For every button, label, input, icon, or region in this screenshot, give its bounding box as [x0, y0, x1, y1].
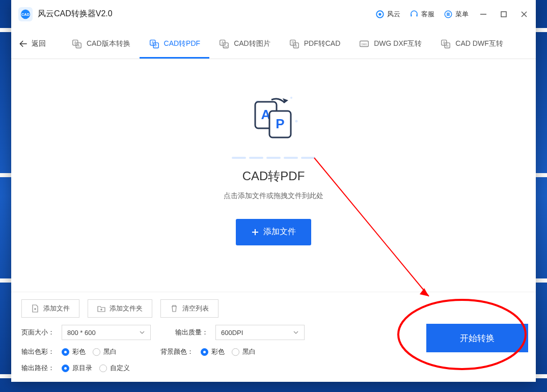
minimize-button[interactable] [478, 9, 489, 20]
output-color-label: 输出色彩： [21, 347, 54, 356]
output-color-radio-bw[interactable]: 黑白 [93, 347, 117, 356]
support-link[interactable]: 客服 [409, 10, 434, 19]
svg-text:P: P [155, 43, 157, 47]
svg-point-3 [378, 13, 381, 15]
svg-text:A: A [443, 41, 446, 44]
output-color-radio-color[interactable]: 彩色 [62, 347, 86, 356]
svg-rect-5 [417, 14, 418, 17]
svg-text:A: A [295, 43, 297, 47]
output-path-radio-original[interactable]: 原目录 [62, 363, 92, 373]
svg-text:W: W [446, 44, 449, 47]
svg-text:P: P [276, 116, 284, 131]
svg-text:A: A [222, 41, 224, 44]
bg-color-label: 背景颜色： [160, 347, 194, 356]
plus-icon [251, 228, 259, 236]
tab-cad-dwf[interactable]: AW CAD DWF互转 [431, 29, 512, 59]
chevron-down-icon [293, 329, 299, 335]
svg-text:A: A [77, 43, 80, 47]
add-file-button[interactable]: 添加文件 [236, 219, 311, 245]
back-button[interactable]: 返回 [16, 39, 52, 49]
svg-rect-4 [411, 14, 412, 17]
app-logo-icon: CAD [18, 7, 33, 21]
app-title: 风云CAD转换器V2.0 [38, 9, 113, 19]
tabstrip: 返回 AA CAD版本转换 AP CAD转PDF A CAD转图片 PA PDF… [11, 29, 536, 59]
maximize-button[interactable] [498, 9, 509, 20]
dwg-dxf-icon: DWG [359, 38, 370, 49]
svg-rect-11 [501, 12, 506, 17]
menu-icon [444, 10, 453, 19]
output-path-label: 输出路径： [21, 363, 54, 373]
svg-text:A: A [151, 41, 154, 44]
drop-hint: 点击添加文件或拖拽文件到此处 [224, 191, 323, 201]
tab-cad-to-pdf[interactable]: AP CAD转PDF [140, 29, 210, 59]
cad-to-pdf-icon: AP [149, 38, 160, 49]
page-size-label: 页面大小： [21, 328, 54, 337]
cad-version-icon: AA [71, 38, 83, 49]
bg-color-radio-color[interactable]: 彩色 [201, 347, 225, 356]
output-quality-select[interactable]: 600DPI [215, 325, 305, 340]
brand-link[interactable]: 风云 [375, 10, 400, 19]
page-size-select[interactable]: 800 * 600 [62, 325, 151, 340]
svg-point-37 [290, 97, 292, 99]
output-quality-label: 输出质量： [175, 328, 208, 337]
cad-pdf-illustration-icon: A P [243, 91, 304, 149]
tab-dwg-dxf[interactable]: DWG DWG DXF互转 [349, 29, 431, 59]
chevron-down-icon [139, 329, 145, 335]
svg-point-25 [225, 44, 226, 45]
svg-point-38 [295, 120, 298, 122]
file-plus-icon [31, 304, 39, 313]
bg-color-radio-bw[interactable]: 黑白 [232, 347, 256, 356]
titlebar: CAD 风云CAD转换器V2.0 风云 客服 菜单 [11, 0, 536, 29]
output-path-radio-custom[interactable]: 自定义 [99, 363, 130, 373]
decorative-dashes [232, 157, 315, 159]
clear-list-button[interactable]: 清空列表 [160, 299, 218, 318]
headset-icon [409, 10, 419, 19]
folder-plus-icon [97, 304, 105, 313]
tab-pdf-to-cad[interactable]: PA PDF转CAD [280, 29, 350, 59]
close-button[interactable] [518, 9, 530, 20]
trash-icon [170, 304, 178, 313]
start-convert-button[interactable]: 开始转换 [426, 324, 528, 352]
drop-area[interactable]: A P CAD转PDF 点击添加文件或拖拽文件到此处 添加文件 [11, 59, 536, 292]
menu-link[interactable]: 菜单 [444, 10, 469, 19]
tab-cad-version[interactable]: AA CAD版本转换 [62, 29, 140, 59]
tab-cad-to-image[interactable]: A CAD转图片 [209, 29, 280, 59]
footer-add-folder-button[interactable]: 添加文件夹 [88, 299, 152, 318]
svg-text:A: A [74, 41, 77, 44]
cad-to-image-icon: A [218, 38, 230, 49]
pdf-to-cad-icon: PA [289, 38, 300, 49]
cad-dwf-icon: AW [440, 38, 451, 49]
footer-add-file-button[interactable]: 添加文件 [21, 299, 79, 318]
brand-icon [375, 10, 385, 19]
drop-title: CAD转PDF [242, 168, 305, 184]
svg-text:DWG: DWG [362, 43, 368, 45]
svg-text:CAD: CAD [21, 12, 30, 16]
footer-panel: 添加文件 添加文件夹 清空列表 页面大小： 800 * 600 输出质量： [11, 292, 536, 382]
app-window: CAD 风云CAD转换器V2.0 风云 客服 菜单 返回 [11, 0, 536, 382]
arrow-left-icon [18, 39, 29, 49]
